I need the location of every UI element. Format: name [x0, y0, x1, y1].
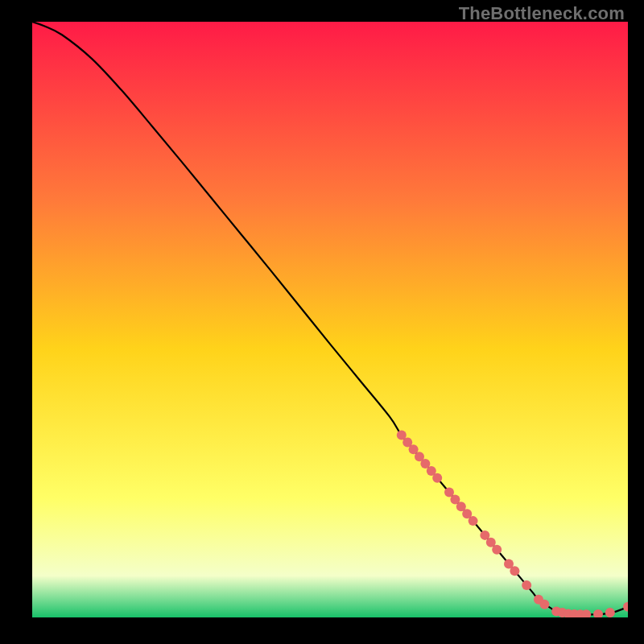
data-marker [510, 566, 519, 576]
data-marker [539, 600, 549, 609]
data-marker [605, 608, 615, 617]
data-marker [432, 473, 442, 483]
plot-area [32, 22, 628, 617]
data-marker [522, 580, 531, 590]
gradient-background [32, 22, 628, 617]
data-marker [492, 545, 502, 555]
chart-frame: TheBottleneck.com [0, 0, 644, 644]
data-marker [469, 516, 478, 526]
chart-svg [32, 22, 628, 617]
